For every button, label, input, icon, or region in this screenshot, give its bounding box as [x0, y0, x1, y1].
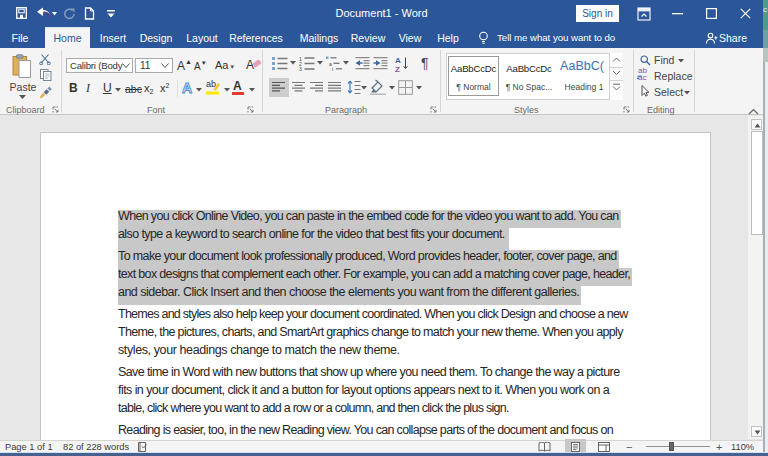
svg-text:3: 3: [299, 66, 302, 71]
svg-text:i: i: [332, 66, 333, 71]
svg-text:Z: Z: [395, 65, 400, 73]
svg-text:A: A: [182, 80, 192, 95]
